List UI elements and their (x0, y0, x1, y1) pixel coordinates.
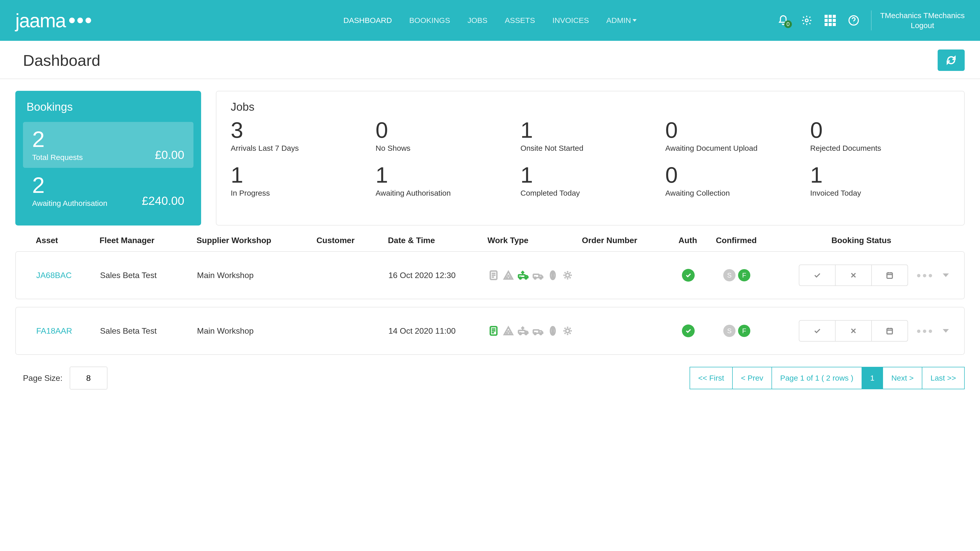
notif-badge: 0 (784, 21, 792, 28)
nav-dashboard[interactable]: DASHBOARD (344, 16, 392, 25)
job-stat[interactable]: 0Awaiting Collection (665, 164, 805, 197)
gear-icon (801, 15, 812, 26)
asset-link[interactable]: FA18AAR (36, 326, 72, 335)
approve-button[interactable] (799, 321, 835, 341)
dashboard-content: Bookings 2 Total Requests £0.00 2 Awaiti… (0, 79, 980, 230)
job-stat[interactable]: 0Awaiting Document Upload (665, 119, 805, 152)
svg-point-18 (507, 333, 508, 333)
table-row: FA18AAR Sales Beta Test Main Workshop 14… (15, 307, 965, 355)
bookings-await-amount: £240.00 (142, 194, 184, 208)
col-order-number: Order Number (582, 236, 666, 245)
reject-button[interactable] (835, 321, 871, 341)
table-row: JA68BAC Sales Beta Test Main Workshop 16… (15, 251, 965, 299)
help-button[interactable] (848, 14, 860, 27)
pager-next[interactable]: Next > (883, 367, 922, 389)
reschedule-button[interactable] (871, 265, 907, 286)
topbar-icons: 0 (777, 14, 860, 27)
reschedule-button[interactable] (871, 321, 907, 341)
svg-point-2 (853, 23, 854, 24)
expand-row-button[interactable] (943, 273, 949, 277)
job-stat-label: In Progress (231, 189, 371, 197)
tyre-icon (547, 325, 558, 337)
cell-date-time: 14 Oct 2020 11:00 (388, 326, 488, 336)
cell-supplier-workshop: Main Workshop (197, 271, 317, 280)
job-stat-count: 0 (810, 119, 950, 141)
more-actions-button[interactable]: ••• (917, 268, 934, 283)
job-stat-count: 0 (665, 119, 805, 141)
apps-button[interactable] (824, 14, 836, 27)
user-block: TMechanics TMechanics Logout (871, 11, 965, 30)
expand-row-button[interactable] (943, 329, 949, 333)
pager-last[interactable]: Last >> (922, 367, 965, 389)
job-stat[interactable]: 1Awaiting Authorisation (375, 164, 515, 197)
nav-admin[interactable]: ADMIN (606, 16, 637, 25)
job-stat-label: Onsite Not Started (520, 144, 660, 152)
bookings-await-label: Awaiting Authorisation (32, 199, 107, 208)
confirm-f-badge: F (738, 269, 750, 281)
job-stat[interactable]: 0No Shows (375, 119, 515, 152)
svg-point-17 (508, 331, 509, 332)
job-stat[interactable]: 1Completed Today (520, 164, 660, 197)
refresh-button[interactable] (938, 49, 965, 71)
brand-logo: jaama (15, 10, 91, 32)
col-booking-status: Booking Status (763, 236, 959, 245)
nav-bookings[interactable]: BOOKINGS (409, 16, 450, 25)
job-stat-count: 1 (231, 164, 371, 186)
work-type-icons (488, 325, 582, 337)
col-work-type: Work Type (487, 236, 582, 245)
job-stat[interactable]: 1Invoiced Today (810, 164, 950, 197)
job-stat[interactable]: 0Rejected Documents (810, 119, 950, 152)
pager: << First < Prev Page 1 of 1 ( 2 rows ) 1… (690, 367, 965, 389)
job-stat-count: 1 (375, 164, 515, 186)
more-actions-button[interactable]: ••• (917, 324, 934, 338)
nav-jobs[interactable]: JOBS (468, 16, 487, 25)
page-size-input[interactable] (70, 367, 107, 389)
bookings-total-row[interactable]: 2 Total Requests £0.00 (23, 122, 193, 168)
title-bar: Dashboard (0, 41, 980, 79)
page-size: Page Size: (23, 367, 107, 389)
gear-small-icon (562, 325, 573, 337)
approve-button[interactable] (799, 265, 835, 286)
job-stat[interactable]: 1In Progress (231, 164, 371, 197)
nav-invoices[interactable]: INVOICES (552, 16, 589, 25)
job-stat-count: 0 (375, 119, 515, 141)
table-header: Asset Fleet Manager Supplier Workshop Cu… (15, 230, 965, 251)
cell-date-time: 16 Oct 2020 12:30 (388, 271, 488, 280)
job-stat-label: Awaiting Collection (665, 189, 805, 197)
cell-fleet-manager: Sales Beta Test (100, 326, 197, 336)
hazard-icon (503, 325, 514, 337)
notifications-button[interactable]: 0 (777, 14, 789, 27)
grid-icon (824, 15, 836, 26)
job-stat[interactable]: 1Onsite Not Started (520, 119, 660, 152)
pager-page-1[interactable]: 1 (862, 367, 883, 389)
confirm-f-badge: F (738, 325, 750, 337)
lift-truck-icon (517, 325, 529, 337)
bookings-total-count: 2 (32, 128, 83, 151)
settings-button[interactable] (800, 14, 813, 27)
help-icon (848, 15, 859, 26)
pager-prev[interactable]: < Prev (733, 367, 772, 389)
job-stat-count: 1 (810, 164, 950, 186)
job-stat-label: Awaiting Authorisation (375, 189, 515, 197)
confirm-badges: SF (710, 325, 764, 337)
asset-link[interactable]: JA68BAC (36, 271, 72, 280)
hazard-icon (503, 270, 514, 281)
job-stat-label: Arrivals Last 7 Days (231, 144, 371, 152)
col-date-time: Date & Time (388, 236, 487, 245)
bookings-card: Bookings 2 Total Requests £0.00 2 Awaiti… (15, 91, 201, 225)
jobs-card: Jobs 3Arrivals Last 7 Days0No Shows1Onsi… (216, 91, 965, 225)
reject-button[interactable] (835, 265, 871, 286)
logout-link[interactable]: Logout (880, 21, 965, 30)
nav-assets[interactable]: ASSETS (505, 16, 535, 25)
pager-first[interactable]: << First (690, 367, 733, 389)
job-stat-label: Rejected Documents (810, 144, 950, 152)
svg-point-0 (805, 19, 808, 22)
truck-icon (532, 325, 544, 337)
brand-text: jaama (15, 10, 65, 32)
svg-rect-28 (887, 329, 892, 334)
svg-point-27 (566, 329, 570, 333)
bookings-await-row[interactable]: 2 Awaiting Authorisation £240.00 (23, 168, 193, 214)
svg-point-14 (566, 273, 570, 277)
refresh-icon (946, 55, 956, 65)
job-stat[interactable]: 3Arrivals Last 7 Days (231, 119, 371, 152)
